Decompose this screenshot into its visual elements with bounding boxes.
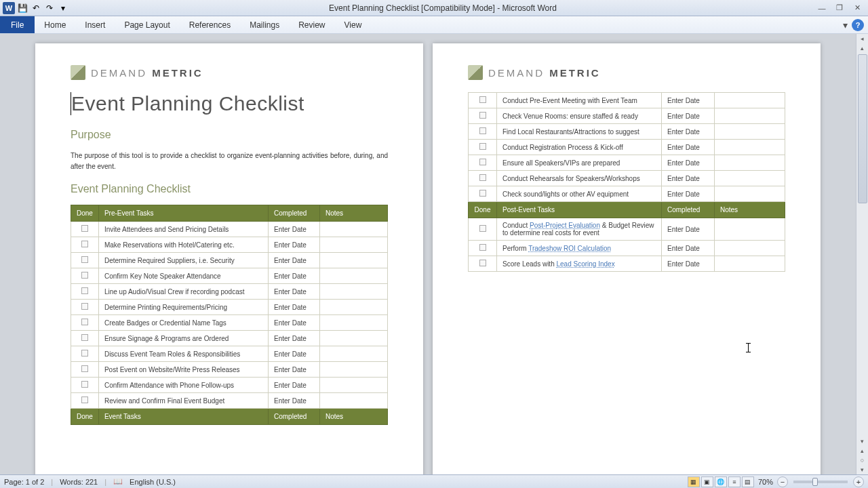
completed-cell: Enter Date: [662, 241, 715, 256]
tab-view[interactable]: View: [335, 16, 372, 33]
tab-insert[interactable]: Insert: [75, 16, 115, 33]
checklist-heading: Event Planning Checklist: [71, 183, 388, 195]
hyperlink[interactable]: Lead Scoring Index: [557, 260, 615, 268]
qat-dropdown-icon[interactable]: ▾: [57, 2, 69, 14]
checkbox[interactable]: [81, 256, 88, 263]
scroll-up-icon[interactable]: ▴: [861, 43, 864, 53]
file-tab[interactable]: File: [0, 16, 35, 33]
task-cell: Check sound/lights or other AV equipment: [497, 186, 662, 202]
table-row: Determine Required Suppliers, i.e. Secur…: [71, 253, 388, 268]
checkbox[interactable]: [479, 174, 486, 181]
checkbox[interactable]: [81, 350, 88, 357]
checkbox[interactable]: [479, 127, 486, 134]
checkbox[interactable]: [479, 112, 486, 119]
event-table: Conduct Pre-Event Meeting with Event Tea…: [468, 92, 785, 272]
tab-references[interactable]: References: [180, 16, 240, 33]
hyperlink[interactable]: Post-Project Evaluation: [530, 222, 600, 229]
checkbox[interactable]: [479, 96, 486, 103]
pre-event-table: Done Pre-Event Tasks Completed Notes Inv…: [71, 205, 388, 425]
restore-button[interactable]: ❐: [831, 2, 848, 14]
status-language[interactable]: English (U.S.): [130, 478, 176, 486]
table-row: Perform Tradeshow ROI CalculationEnter D…: [469, 241, 785, 256]
checkbox[interactable]: [479, 143, 486, 150]
checkbox[interactable]: [81, 365, 88, 372]
zoom-slider[interactable]: [793, 481, 848, 483]
zoom-in-button[interactable]: +: [853, 476, 864, 487]
web-layout-view[interactable]: 🌐: [715, 476, 727, 487]
notes-cell: [715, 218, 785, 241]
logo-mark-icon: [71, 65, 85, 80]
task-cell: Make Reservations with Hotel/Catering et…: [98, 237, 268, 253]
task-cell: Determine Required Suppliers, i.e. Secur…: [98, 253, 268, 268]
help-icon[interactable]: ?: [852, 19, 864, 31]
notes-cell: [320, 378, 388, 393]
tab-review[interactable]: Review: [289, 16, 334, 33]
panel-toggle-icon[interactable]: ◂: [861, 34, 864, 43]
completed-cell: Enter Date: [269, 222, 320, 237]
table-row: Confirm Attendance with Phone Follow-ups…: [71, 378, 388, 393]
notes-cell: [320, 346, 388, 362]
zoom-thumb[interactable]: [812, 478, 818, 486]
completed-cell: Enter Date: [269, 268, 320, 284]
status-words[interactable]: Words: 221: [60, 478, 98, 486]
document-area[interactable]: Demand Metric Event Planning Checklist P…: [0, 34, 856, 474]
task-cell: Score Leads with Lead Scoring Index: [497, 256, 662, 272]
save-icon[interactable]: 💾: [16, 2, 28, 14]
table-row: Conduct Post-Project Evaluation & Budget…: [469, 218, 785, 241]
completed-cell: Enter Date: [662, 171, 715, 186]
checkbox[interactable]: [479, 225, 486, 232]
zoom-out-button[interactable]: −: [777, 476, 788, 487]
checkbox[interactable]: [81, 381, 88, 388]
checkbox[interactable]: [81, 287, 88, 294]
scroll-thumb[interactable]: [858, 54, 867, 203]
checkbox[interactable]: [479, 244, 486, 251]
completed-cell: Enter Date: [269, 300, 320, 315]
close-button[interactable]: ✕: [849, 2, 865, 14]
minimize-button[interactable]: —: [814, 2, 830, 14]
zoom-level[interactable]: 70%: [758, 478, 773, 486]
tab-page-layout[interactable]: Page Layout: [115, 16, 179, 33]
status-page[interactable]: Page: 1 of 2: [4, 478, 44, 486]
table-row: Conduct Registration Process & Kick-offE…: [469, 140, 785, 155]
checkbox[interactable]: [81, 272, 88, 279]
checkbox[interactable]: [81, 319, 88, 325]
col-completed: Completed: [269, 205, 320, 222]
redo-icon[interactable]: ↷: [43, 2, 56, 14]
ribbon-collapse-icon[interactable]: ▾: [843, 20, 848, 30]
checkbox[interactable]: [81, 334, 88, 341]
task-cell: Create Badges or Credential Name Tags: [98, 315, 268, 331]
spellcheck-icon[interactable]: 📖: [113, 477, 123, 486]
outline-view[interactable]: ≡: [728, 476, 741, 487]
hyperlink[interactable]: Tradeshow ROI Calculation: [528, 245, 611, 252]
scroll-down-icon[interactable]: ▾: [861, 436, 864, 446]
undo-icon[interactable]: ↶: [30, 2, 42, 14]
checkbox[interactable]: [81, 303, 88, 310]
checkbox[interactable]: [479, 190, 486, 197]
full-screen-view[interactable]: ▣: [701, 476, 713, 487]
tab-mailings[interactable]: Mailings: [240, 16, 289, 33]
notes-cell: [320, 284, 388, 300]
header-logo: Demand Metric: [468, 65, 785, 80]
completed-cell: Enter Date: [269, 284, 320, 300]
tab-home[interactable]: Home: [35, 16, 75, 33]
table-row: Post Event on Website/Write Press Releas…: [71, 362, 388, 378]
checkbox[interactable]: [479, 260, 486, 266]
checkbox[interactable]: [479, 159, 486, 165]
checkbox[interactable]: [81, 225, 88, 232]
notes-cell: [715, 241, 785, 256]
completed-cell: Enter Date: [269, 346, 320, 362]
notes-cell: [320, 300, 388, 315]
completed-cell: Enter Date: [662, 218, 715, 241]
browse-object-icon[interactable]: ○: [861, 455, 864, 465]
print-layout-view[interactable]: ▦: [688, 476, 700, 487]
header-logo: Demand Metric: [71, 65, 388, 80]
vertical-scrollbar[interactable]: ◂ ▴ ▾ ▴ ○ ▾: [856, 34, 868, 474]
table-row: Conduct Pre-Event Meeting with Event Tea…: [469, 93, 785, 108]
next-page-icon[interactable]: ▾: [861, 465, 864, 474]
checkbox[interactable]: [81, 241, 88, 247]
checkbox[interactable]: [81, 396, 88, 403]
titlebar: W 💾 ↶ ↷ ▾ Event Planning Checklist [Comp…: [0, 0, 868, 16]
draft-view[interactable]: ▤: [742, 476, 754, 487]
col-done: Done: [71, 409, 99, 425]
prev-page-icon[interactable]: ▴: [861, 446, 864, 455]
